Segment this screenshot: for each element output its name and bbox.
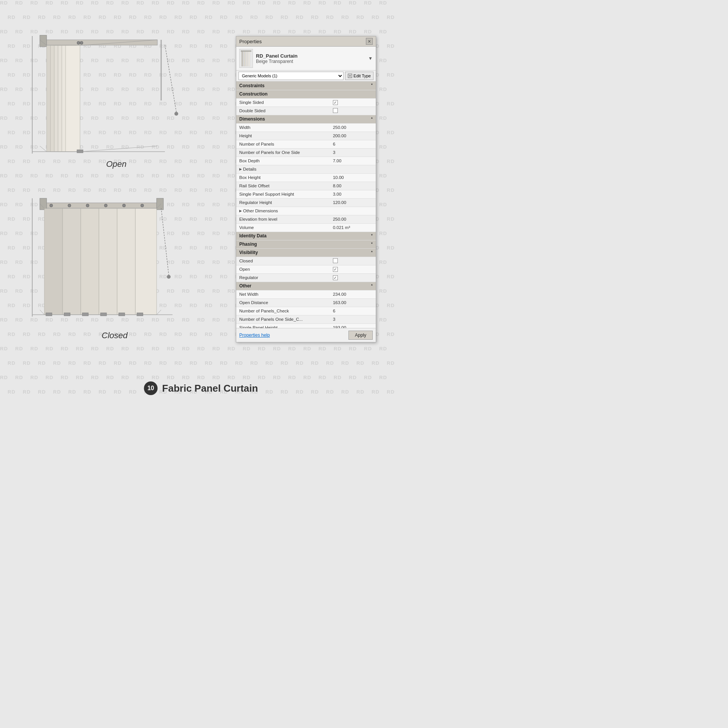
svg-point-46 xyxy=(104,204,107,207)
prop-label: Single Panel Support Height xyxy=(239,192,294,196)
checkbox-unchecked[interactable] xyxy=(333,258,338,263)
table-row: Box Height10.00 xyxy=(236,173,376,182)
table-row: Open Distance163.00 xyxy=(236,298,376,307)
section-collapse-arrow-visibility[interactable]: ˄ xyxy=(371,251,373,255)
prop-value[interactable]: 234.00 xyxy=(333,292,346,297)
svg-rect-51 xyxy=(246,51,248,66)
label-closed: Closed xyxy=(102,331,127,340)
prop-label: Elevation from level xyxy=(239,217,277,221)
table-row: Regulator✓ xyxy=(236,273,376,282)
closed-curtain-illustration xyxy=(21,188,195,336)
table-row: Volume0.021 m³ xyxy=(236,223,376,232)
prop-value[interactable]: 0.021 m³ xyxy=(333,225,350,230)
table-row: Number of Panels6 xyxy=(236,140,376,148)
table-row: Box Depth7.00 xyxy=(236,157,376,165)
table-row: Number of Panels for One Side3 xyxy=(236,148,376,157)
svg-rect-53 xyxy=(241,50,251,52)
svg-point-18 xyxy=(80,41,83,44)
section-header-phasing: Phasing˅ xyxy=(236,240,376,248)
prop-label: Single Panel Height xyxy=(239,325,278,328)
prop-value[interactable]: 6 xyxy=(333,309,335,313)
section-collapse-arrow-identity_data[interactable]: ˅ xyxy=(371,234,373,238)
prop-value[interactable]: 3 xyxy=(333,150,335,155)
table-row: Open✓ xyxy=(236,265,376,273)
svg-rect-39 xyxy=(82,313,88,316)
svg-point-44 xyxy=(68,204,71,207)
section-header-construction: Construction xyxy=(236,90,376,98)
checkbox-checked[interactable]: ✓ xyxy=(333,267,338,272)
table-row: Height200.00 xyxy=(236,132,376,140)
prop-value[interactable]: 3 xyxy=(333,317,335,322)
svg-line-3 xyxy=(165,45,176,112)
svg-point-48 xyxy=(141,204,144,207)
prop-label: Box Height xyxy=(239,175,260,180)
svg-rect-28 xyxy=(135,209,157,315)
title-badge: 10 xyxy=(144,381,158,395)
table-row: Number of Panels_Check6 xyxy=(236,307,376,315)
table-row: ▶Other Dimensions xyxy=(236,207,376,215)
type-selector-row: Generic Models (1) Edit Type xyxy=(236,71,376,82)
svg-line-13 xyxy=(40,146,47,152)
svg-rect-49 xyxy=(242,50,243,66)
prop-label: Rail Side Offset xyxy=(239,184,270,188)
svg-rect-23 xyxy=(44,209,63,315)
prop-label: Regulator Height xyxy=(239,200,272,205)
prop-value[interactable]: 3.00 xyxy=(333,192,341,196)
close-button[interactable]: × xyxy=(366,38,373,45)
svg-point-4 xyxy=(174,112,178,116)
prop-value[interactable]: 8.00 xyxy=(333,184,341,188)
expandable-row[interactable]: ▶Details xyxy=(239,167,373,171)
section-collapse-arrow-phasing[interactable]: ˅ xyxy=(371,242,373,246)
properties-table: Constraints˅ConstructionSingle Sided✓Dou… xyxy=(236,82,376,328)
prop-value[interactable]: 250.00 xyxy=(333,125,346,130)
section-label-identity_data: Identity Data xyxy=(239,233,267,238)
properties-help-link[interactable]: Properties help xyxy=(239,333,270,338)
section-collapse-arrow-dimensions[interactable]: ˄ xyxy=(371,117,373,121)
section-label-phasing: Phasing xyxy=(239,242,257,247)
section-header-identity_data: Identity Data˅ xyxy=(236,232,376,240)
section-collapse-arrow-other[interactable]: ˄ xyxy=(371,284,373,288)
edit-icon xyxy=(348,74,352,78)
properties-table-container: Constraints˅ConstructionSingle Sided✓Dou… xyxy=(236,82,376,328)
section-collapse-arrow-constraints[interactable]: ˅ xyxy=(371,83,373,88)
prop-value[interactable]: 163.00 xyxy=(333,300,346,305)
panel-footer: Properties help Apply xyxy=(236,328,376,342)
checkbox-unchecked[interactable] xyxy=(333,108,338,113)
prop-label: Regulator xyxy=(239,275,258,280)
prop-label-expandable: Other Dimensions xyxy=(243,209,278,213)
section-header-dimensions: Dimensions˄ xyxy=(236,115,376,123)
properties-panel: Properties × RD_Panel Curtain Beige Tran… xyxy=(236,36,376,342)
prop-label: Closed xyxy=(239,259,253,263)
prop-value[interactable]: 200.00 xyxy=(333,133,346,138)
prop-value[interactable]: 7.00 xyxy=(333,158,341,163)
svg-line-35 xyxy=(161,208,169,275)
apply-button[interactable]: Apply xyxy=(348,331,373,340)
prop-label: Net Width xyxy=(239,292,259,297)
type-selector[interactable]: Generic Models (1) xyxy=(238,72,344,80)
prop-value[interactable]: 250.00 xyxy=(333,217,346,221)
prop-label: Open xyxy=(239,267,250,271)
prop-label: Number of Panels One Side_C... xyxy=(239,317,303,322)
table-row: Regulator Height120.00 xyxy=(236,198,376,207)
svg-rect-1 xyxy=(40,35,47,47)
svg-rect-42 xyxy=(137,313,143,316)
prop-value[interactable]: 193.00 xyxy=(333,325,346,328)
svg-point-36 xyxy=(167,275,171,279)
table-row: Elevation from level250.00 xyxy=(236,215,376,223)
expandable-row[interactable]: ▶Other Dimensions xyxy=(239,209,373,213)
svg-rect-38 xyxy=(64,313,70,316)
edit-type-button[interactable]: Edit Type xyxy=(345,72,373,80)
svg-rect-26 xyxy=(99,209,117,315)
table-row: Single Panel Height193.00 xyxy=(236,323,376,328)
prop-label: Single Sided xyxy=(239,100,264,105)
open-curtain-illustration xyxy=(21,25,195,176)
checkbox-checked[interactable]: ✓ xyxy=(333,275,338,280)
prop-value[interactable]: 6 xyxy=(333,142,335,146)
svg-rect-10 xyxy=(66,46,80,152)
dropdown-arrow[interactable]: ▼ xyxy=(368,56,373,61)
section-label-constraints: Constraints xyxy=(239,83,265,88)
prop-value[interactable]: 120.00 xyxy=(333,200,346,205)
prop-value[interactable]: 10.00 xyxy=(333,175,344,180)
checkbox-checked[interactable]: ✓ xyxy=(333,100,338,105)
table-row: Closed xyxy=(236,257,376,265)
